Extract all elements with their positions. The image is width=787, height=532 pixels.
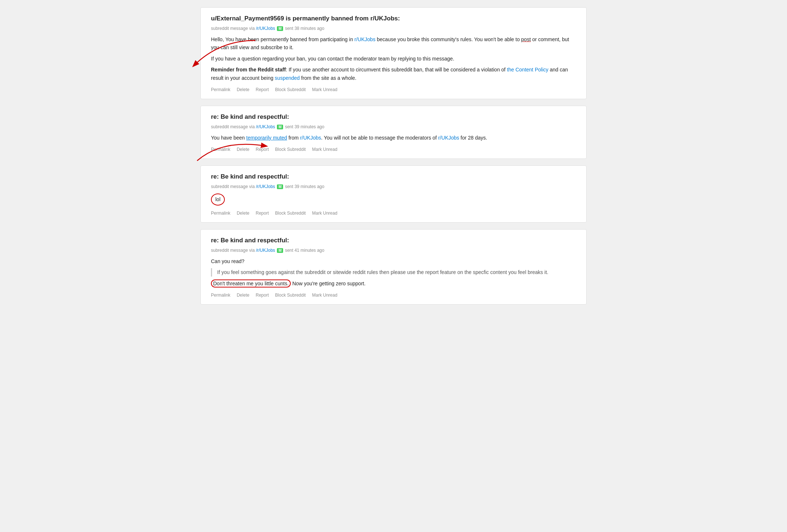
- meta-time-3: sent 39 minutes ago: [285, 184, 324, 189]
- meta-prefix-3: subreddit message via: [211, 184, 255, 189]
- message-block-3: re: Be kind and respectful: subreddit me…: [200, 165, 587, 222]
- meta-time-1: sent 38 minutes ago: [285, 26, 324, 31]
- action-unread-3[interactable]: Mark Unread: [312, 211, 337, 216]
- message-meta-4: subreddit message via /r/UKJobs M sent 4…: [211, 248, 576, 253]
- message-title-2: re: Be kind and respectful:: [211, 113, 576, 121]
- mod-badge-2: M: [277, 125, 283, 129]
- action-delete-2[interactable]: Delete: [237, 147, 250, 152]
- temp-muted-link[interactable]: temporarily muted: [246, 135, 287, 141]
- meta-prefix-4: subreddit message via: [211, 248, 255, 253]
- meta-prefix-2: subreddit message via: [211, 124, 255, 129]
- page-container: u/External_Payment9569 is permanently ba…: [193, 7, 594, 305]
- action-permalink-3[interactable]: Permalink: [211, 211, 230, 216]
- after-threat-text: Now you're getting zero support.: [291, 281, 365, 286]
- action-block-3[interactable]: Block Subreddit: [275, 211, 306, 216]
- mod-badge-3: M: [277, 184, 283, 189]
- action-delete-4[interactable]: Delete: [237, 293, 250, 298]
- action-unread-1[interactable]: Mark Unread: [312, 87, 337, 92]
- action-permalink-2[interactable]: Permalink: [211, 147, 230, 152]
- threat-line: Don't threaten me you little cunts. Now …: [211, 279, 576, 287]
- body-para-1-3: Reminder from the Reddit staff: If you u…: [211, 66, 576, 82]
- can-you-read: Can you read?: [211, 257, 576, 265]
- message-actions-3: Permalink Delete Report Block Subreddit …: [211, 211, 576, 216]
- message-actions-4: Permalink Delete Report Block Subreddit …: [211, 293, 576, 298]
- subreddit-link-4[interactable]: /r/UKJobs: [256, 248, 275, 253]
- action-unread-2[interactable]: Mark Unread: [312, 147, 337, 152]
- body-para-1-1: Hello, You have been permanently banned …: [211, 35, 576, 52]
- action-block-4[interactable]: Block Subreddit: [275, 293, 306, 298]
- lol-circled: lol: [211, 193, 225, 205]
- subreddit-link-1[interactable]: /r/UKJobs: [256, 26, 275, 31]
- body-para-2-1: You have been temporarily muted from r/U…: [211, 134, 576, 142]
- meta-prefix-1: subreddit message via: [211, 26, 255, 31]
- ukjobs-link-1[interactable]: r/UKJobs: [355, 36, 376, 42]
- threat-text-circled: Don't threaten me you little cunts.: [211, 279, 291, 287]
- message-body-1: Hello, You have been permanently banned …: [211, 35, 576, 82]
- content-policy-link[interactable]: the Content Policy: [507, 67, 548, 73]
- message-meta-2: subreddit message via /r/UKJobs M sent 3…: [211, 124, 576, 129]
- action-permalink-4[interactable]: Permalink: [211, 293, 230, 298]
- action-report-4[interactable]: Report: [256, 293, 269, 298]
- message-title-3: re: Be kind and respectful:: [211, 173, 576, 180]
- action-block-1[interactable]: Block Subreddit: [275, 87, 306, 92]
- message-meta-1: subreddit message via /r/UKJobs M sent 3…: [211, 26, 576, 31]
- blockquote: If you feel something goes against the s…: [211, 268, 576, 276]
- message-block-2: re: Be kind and respectful: subreddit me…: [200, 106, 587, 159]
- meta-time-4: sent 41 minutes ago: [285, 248, 324, 253]
- mod-badge-1: M: [277, 26, 283, 31]
- action-report-1[interactable]: Report: [256, 87, 269, 92]
- message-title-4: re: Be kind and respectful:: [211, 237, 576, 244]
- message-actions-2: Permalink Delete Report Block Subreddit …: [211, 147, 576, 152]
- ukjobs-link-3[interactable]: r/UKJobs: [438, 135, 459, 141]
- action-report-2[interactable]: Report: [256, 147, 269, 152]
- meta-time-2: sent 39 minutes ago: [285, 124, 324, 129]
- message-block-4: re: Be kind and respectful: subreddit me…: [200, 229, 587, 305]
- subreddit-link-3[interactable]: /r/UKJobs: [256, 184, 275, 189]
- message-block-1: u/External_Payment9569 is permanently ba…: [200, 7, 587, 99]
- subreddit-link-2[interactable]: /r/UKJobs: [256, 124, 275, 129]
- message-title-1: u/External_Payment9569 is permanently ba…: [211, 15, 576, 22]
- message-meta-3: subreddit message via /r/UKJobs M sent 3…: [211, 184, 576, 189]
- action-delete-1[interactable]: Delete: [237, 87, 250, 92]
- message-body-3: lol: [211, 193, 576, 205]
- action-unread-4[interactable]: Mark Unread: [312, 293, 337, 298]
- action-report-3[interactable]: Report: [256, 211, 269, 216]
- reminder-bold: Reminder from the Reddit staff: [211, 67, 286, 73]
- mod-badge-4: M: [277, 248, 283, 253]
- action-permalink-1[interactable]: Permalink: [211, 87, 230, 92]
- ukjobs-link-2[interactable]: r/UKJobs: [300, 135, 321, 141]
- message-body-2: You have been temporarily muted from r/U…: [211, 134, 576, 142]
- suspended-link[interactable]: suspended: [275, 75, 300, 81]
- message-body-4: Can you read? If you feel something goes…: [211, 257, 576, 287]
- body-lol: lol: [211, 193, 576, 205]
- body-para-1-2: If you have a question regarding your ba…: [211, 55, 576, 63]
- message-actions-1: Permalink Delete Report Block Subreddit …: [211, 87, 576, 92]
- action-delete-3[interactable]: Delete: [237, 211, 250, 216]
- action-block-2[interactable]: Block Subreddit: [275, 147, 306, 152]
